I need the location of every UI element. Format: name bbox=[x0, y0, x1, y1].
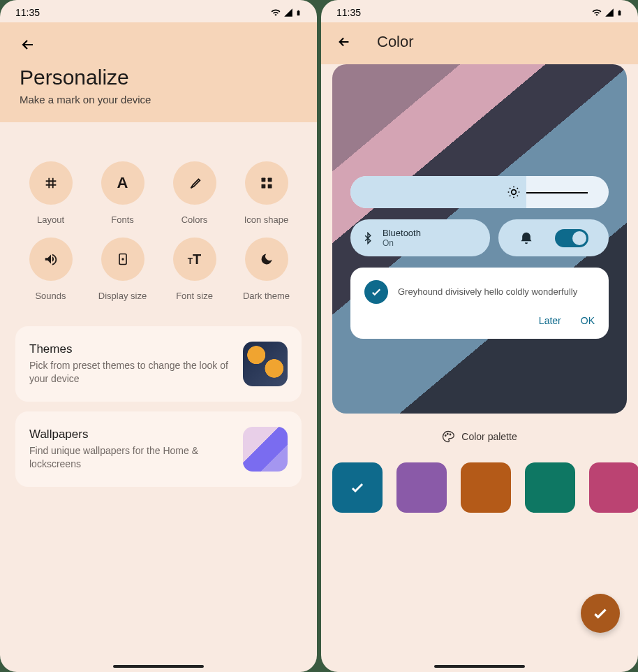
svg-point-9 bbox=[450, 434, 452, 435]
swatch-1[interactable] bbox=[396, 462, 447, 513]
swatch-2[interactable] bbox=[461, 462, 511, 513]
personalize-grid: Layout A Fonts Colors Icon shape Sounds … bbox=[0, 122, 317, 326]
brightness-icon bbox=[507, 185, 521, 199]
grid-label: Colors bbox=[181, 214, 208, 225]
grid-label: Font size bbox=[176, 291, 213, 301]
check-badge bbox=[364, 280, 388, 304]
card-desc: Find unique wallpapers for the Home & lo… bbox=[29, 444, 232, 471]
alarm-icon bbox=[519, 231, 533, 245]
page-title: Personalize bbox=[20, 66, 297, 89]
back-icon bbox=[20, 36, 36, 53]
svg-rect-2 bbox=[261, 184, 265, 189]
moon-icon bbox=[260, 252, 274, 266]
bluetooth-chip[interactable]: Bluetooth On bbox=[350, 219, 490, 256]
swatches-row bbox=[321, 443, 638, 513]
palette-label: Color palette bbox=[461, 431, 517, 442]
ok-button[interactable]: OK bbox=[581, 315, 595, 326]
grid-item-fonts[interactable]: A Fonts bbox=[90, 161, 155, 225]
svg-rect-1 bbox=[267, 178, 272, 182]
card-title: Themes bbox=[29, 342, 232, 356]
battery-icon bbox=[616, 8, 623, 18]
status-time: 11:35 bbox=[15, 7, 40, 18]
grid-item-layout[interactable]: Layout bbox=[18, 161, 83, 225]
grid-item-font-size[interactable]: TT Font size bbox=[162, 238, 227, 301]
later-button[interactable]: Later bbox=[539, 315, 561, 326]
palette-icon bbox=[442, 430, 454, 443]
check-icon bbox=[349, 479, 366, 496]
color-preview: Bluetooth On Greyhound divisively hello … bbox=[332, 64, 627, 414]
font-icon: A bbox=[117, 174, 128, 192]
notification-card: Greyhound divisively hello coldly wonder… bbox=[350, 268, 609, 339]
page-title: Color bbox=[377, 33, 414, 51]
grid-item-dark-theme[interactable]: Dark theme bbox=[234, 238, 299, 301]
bluetooth-state: On bbox=[383, 238, 421, 248]
back-icon bbox=[336, 34, 352, 50]
svg-point-6 bbox=[511, 190, 516, 195]
palette-label-row: Color palette bbox=[321, 430, 638, 443]
check-icon bbox=[591, 604, 609, 622]
grid-item-colors[interactable]: Colors bbox=[162, 161, 227, 225]
card-desc: Pick from preset themes to change the lo… bbox=[29, 359, 232, 386]
status-icons bbox=[270, 8, 302, 18]
wifi-icon bbox=[270, 8, 281, 17]
brightness-slider[interactable] bbox=[350, 176, 609, 208]
status-icons bbox=[591, 8, 623, 18]
eyedropper-icon bbox=[187, 175, 202, 191]
grid-item-display-size[interactable]: Display size bbox=[90, 238, 155, 301]
svg-point-7 bbox=[445, 435, 447, 437]
swatch-4[interactable] bbox=[589, 462, 638, 513]
card-title: Wallpapers bbox=[29, 428, 232, 441]
grid-label: Layout bbox=[37, 214, 64, 225]
wifi-icon bbox=[591, 8, 602, 17]
svg-point-5 bbox=[122, 258, 124, 260]
status-time: 11:35 bbox=[336, 7, 361, 18]
bluetooth-icon bbox=[362, 232, 374, 244]
wallpapers-thumbnail bbox=[243, 427, 288, 472]
check-icon bbox=[370, 286, 383, 298]
display-size-icon bbox=[116, 251, 130, 267]
font-size-icon: TT bbox=[188, 251, 202, 268]
grid-label: Dark theme bbox=[243, 291, 290, 301]
grid-label: Display size bbox=[98, 291, 147, 301]
signal-icon bbox=[604, 8, 614, 17]
quick-settings-row: Bluetooth On bbox=[350, 219, 609, 256]
nav-handle[interactable] bbox=[434, 665, 525, 668]
swatch-0[interactable] bbox=[332, 462, 383, 513]
back-button[interactable] bbox=[336, 28, 364, 56]
grid-icon bbox=[43, 175, 59, 191]
shapes-icon bbox=[260, 176, 274, 190]
header: Personalize Make a mark on your device bbox=[0, 22, 317, 122]
status-bar: 11:35 bbox=[321, 0, 638, 22]
nav-handle[interactable] bbox=[113, 665, 204, 668]
grid-item-icon-shape[interactable]: Icon shape bbox=[234, 161, 299, 225]
grid-item-sounds[interactable]: Sounds bbox=[18, 238, 83, 301]
card-themes[interactable]: Themes Pick from preset themes to change… bbox=[15, 326, 302, 402]
status-bar: 11:35 bbox=[0, 0, 317, 22]
alarm-toggle[interactable] bbox=[555, 229, 588, 247]
themes-thumbnail bbox=[243, 342, 288, 386]
swatch-3[interactable] bbox=[525, 462, 575, 513]
color-screen: 11:35 Color Bluetooth On bbox=[321, 0, 638, 672]
svg-point-8 bbox=[447, 434, 449, 435]
header: Color bbox=[321, 22, 638, 64]
battery-icon bbox=[295, 8, 302, 18]
page-subtitle: Make a mark on your device bbox=[20, 94, 297, 105]
cards: Themes Pick from preset themes to change… bbox=[0, 326, 317, 487]
confirm-fab[interactable] bbox=[581, 594, 620, 633]
card-wallpapers[interactable]: Wallpapers Find unique wallpapers for th… bbox=[15, 411, 302, 487]
personalize-screen: 11:35 Personalize Make a mark on your de… bbox=[0, 0, 317, 672]
back-button[interactable] bbox=[20, 31, 47, 59]
grid-label: Icon shape bbox=[244, 214, 289, 225]
alarm-chip[interactable] bbox=[498, 219, 609, 256]
svg-rect-3 bbox=[267, 184, 272, 189]
notification-text: Greyhound divisively hello coldly wonder… bbox=[398, 286, 577, 298]
signal-icon bbox=[283, 8, 293, 17]
volume-icon bbox=[43, 251, 59, 267]
svg-rect-0 bbox=[261, 178, 265, 182]
grid-label: Sounds bbox=[35, 291, 66, 301]
grid-label: Fonts bbox=[111, 214, 134, 225]
bluetooth-title: Bluetooth bbox=[383, 228, 421, 238]
